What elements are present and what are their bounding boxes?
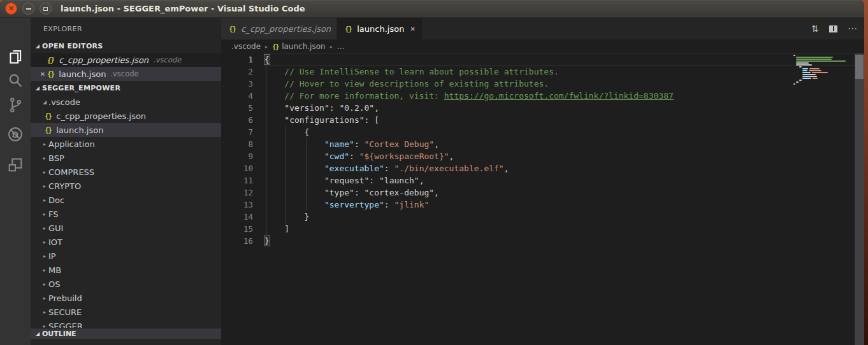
scrollbar-thumb[interactable] [855, 55, 864, 79]
line-number[interactable]: 15 [221, 223, 253, 235]
split-editor-icon[interactable] [829, 25, 837, 32]
chevron-collapsed-icon[interactable]: ▸ [41, 253, 48, 259]
window-maximize-button[interactable] [40, 3, 52, 15]
code-line-text[interactable]: } [264, 235, 864, 247]
line-number[interactable]: 10 [221, 162, 253, 174]
line-number[interactable]: 11 [221, 174, 253, 187]
code-editor[interactable]: 1{2 // Use IntelliSense to learn about p… [221, 53, 864, 345]
chevron-collapsed-icon[interactable]: ▸ [41, 155, 48, 161]
chevron-expanded-icon[interactable]: ◢ [33, 85, 42, 91]
code-line-text[interactable]: "servertype": "jlink" [264, 199, 864, 211]
tree-item-gui[interactable]: ▸GUI [31, 221, 221, 235]
line-number[interactable]: 7 [221, 126, 253, 138]
chevron-collapsed-icon[interactable]: ▸ [41, 211, 48, 217]
breadcrumb-item-vscode[interactable]: .vscode [231, 42, 261, 51]
code-line-text[interactable]: "request": "launch", [264, 174, 864, 187]
tree-item-doc[interactable]: ▸Doc [31, 193, 221, 207]
open-editor-item-c_cpp_properties[interactable]: {} c_cpp_properties.json .vscode [31, 53, 221, 67]
tree-item-bsp[interactable]: ▸BSP [31, 151, 221, 165]
minimap[interactable] [792, 55, 855, 85]
tree-item-c-cpp-properties-json[interactable]: {}c_cpp_properties.json [31, 109, 221, 123]
line-number[interactable]: 12 [221, 187, 253, 199]
code-line-text[interactable]: "name": "Cortex Debug", [264, 138, 864, 150]
tab-c_cpp_properties[interactable]: {} c_cpp_properties.json [221, 18, 337, 39]
tree-item-iot[interactable]: ▸IOT [31, 235, 221, 249]
chevron-collapsed-icon[interactable]: ▸ [41, 309, 48, 315]
tree-item-compress[interactable]: ▸COMPRESS [31, 165, 221, 179]
code-line-8[interactable]: 8 "name": "Cortex Debug", [221, 138, 864, 150]
chevron-collapsed-icon[interactable]: ▸ [41, 295, 48, 301]
code-line-text[interactable]: "version": "0.2.0", [264, 102, 864, 114]
project-header[interactable]: ◢ SEGGER_EMPOWER [31, 81, 221, 95]
tree-item--vscode[interactable]: ◢.vscode [31, 95, 221, 109]
line-number[interactable]: 3 [221, 78, 253, 90]
code-line-text[interactable]: "type": "cortex-debug", [264, 187, 864, 199]
code-line-text[interactable]: } [264, 211, 864, 223]
scrollbar-track[interactable] [855, 53, 864, 345]
code-line-12[interactable]: 12 "type": "cortex-debug", [221, 187, 864, 199]
code-line-text[interactable]: // Use IntelliSense to learn about possi… [264, 66, 864, 78]
tree-item-prebuild[interactable]: ▸Prebuild [31, 291, 221, 305]
tree-item-secure[interactable]: ▸SECURE [31, 305, 221, 319]
code-line-text[interactable]: "configurations": [ [264, 114, 864, 126]
code-line-9[interactable]: 9 "cwd": "${workspaceRoot}", [221, 150, 864, 162]
tree-item-launch-json[interactable]: {}launch.json [31, 123, 221, 137]
chevron-expanded-icon[interactable]: ◢ [33, 43, 42, 49]
code-line-text[interactable]: // Hover to view descriptions of existin… [264, 78, 864, 90]
code-line-6[interactable]: 6 "configurations": [ [221, 114, 864, 126]
chevron-collapsed-icon[interactable]: ▸ [41, 141, 48, 147]
line-number[interactable]: 2 [221, 66, 253, 78]
window-minimize-button[interactable] [22, 3, 34, 15]
source-control-icon[interactable] [6, 96, 24, 114]
line-number[interactable]: 5 [221, 102, 253, 114]
tree-item-crypto[interactable]: ▸CRYPTO [31, 179, 221, 193]
line-number[interactable]: 16 [221, 235, 253, 247]
code-line-11[interactable]: 11 "request": "launch", [221, 174, 864, 187]
chevron-collapsed-icon[interactable]: ▸ [41, 281, 48, 287]
code-line-text[interactable]: { [264, 53, 864, 66]
code-line-10[interactable]: 10 "executable": "./bin/executable.elf", [221, 162, 864, 174]
tree-item-fs[interactable]: ▸FS [31, 207, 221, 221]
chevron-expanded-icon[interactable]: ◢ [41, 99, 48, 105]
chevron-collapsed-icon[interactable]: ▸ [41, 267, 48, 273]
close-icon[interactable]: ✕ [38, 71, 47, 78]
tab-close-icon[interactable]: ✕ [410, 25, 415, 32]
breadcrumb-item-launch-json[interactable]: launch.json [282, 42, 325, 51]
breadcrumb-item-ellipsis[interactable]: … [337, 42, 345, 51]
chevron-expanded-icon[interactable]: ◢ [33, 331, 42, 337]
code-line-text[interactable]: ] [264, 223, 864, 235]
code-line-16[interactable]: 16} [221, 235, 864, 247]
code-line-3[interactable]: 3 // Hover to view descriptions of exist… [221, 78, 864, 90]
code-line-5[interactable]: 5 "version": "0.2.0", [221, 102, 864, 114]
tree-item-ip[interactable]: ▸IP [31, 249, 221, 263]
tree-item-mb[interactable]: ▸MB [31, 263, 221, 277]
explorer-icon[interactable] [6, 48, 24, 66]
chevron-collapsed-icon[interactable]: ▸ [41, 197, 48, 203]
tree-item-application[interactable]: ▸Application [31, 137, 221, 151]
open-editor-item-launch[interactable]: ✕ {} launch.json .vscode [31, 67, 221, 81]
tree-item-os[interactable]: ▸OS [31, 277, 221, 291]
window-close-button[interactable]: ✕ [5, 3, 17, 15]
line-number[interactable]: 14 [221, 211, 253, 223]
synchronize-changes-icon[interactable]: ⇅ [811, 24, 819, 34]
code-line-15[interactable]: 15 ] [221, 223, 864, 235]
line-number[interactable]: 9 [221, 150, 253, 162]
debug-icon[interactable] [6, 125, 24, 143]
chevron-collapsed-icon[interactable]: ▸ [41, 169, 48, 175]
code-line-text[interactable]: { [264, 126, 864, 138]
code-line-2[interactable]: 2 // Use IntelliSense to learn about pos… [221, 66, 864, 78]
line-number[interactable]: 8 [221, 138, 253, 150]
code-line-7[interactable]: 7 { [221, 126, 864, 138]
code-line-14[interactable]: 14 } [221, 211, 864, 223]
tab-launch[interactable]: {} launch.json ✕ [337, 18, 422, 39]
line-number[interactable]: 13 [221, 199, 253, 211]
line-number[interactable]: 1 [221, 53, 253, 66]
chevron-collapsed-icon[interactable]: ▸ [41, 225, 48, 231]
open-editors-header[interactable]: ◢ OPEN EDITORS [31, 39, 221, 53]
extensions-icon[interactable] [6, 156, 24, 174]
code-line-13[interactable]: 13 "servertype": "jlink" [221, 199, 864, 211]
code-line-text[interactable]: // For more information, visit: https://… [264, 90, 864, 102]
code-line-text[interactable]: "executable": "./bin/executable.elf", [264, 162, 864, 174]
line-number[interactable]: 6 [221, 114, 253, 126]
chevron-collapsed-icon[interactable]: ▸ [41, 239, 48, 245]
